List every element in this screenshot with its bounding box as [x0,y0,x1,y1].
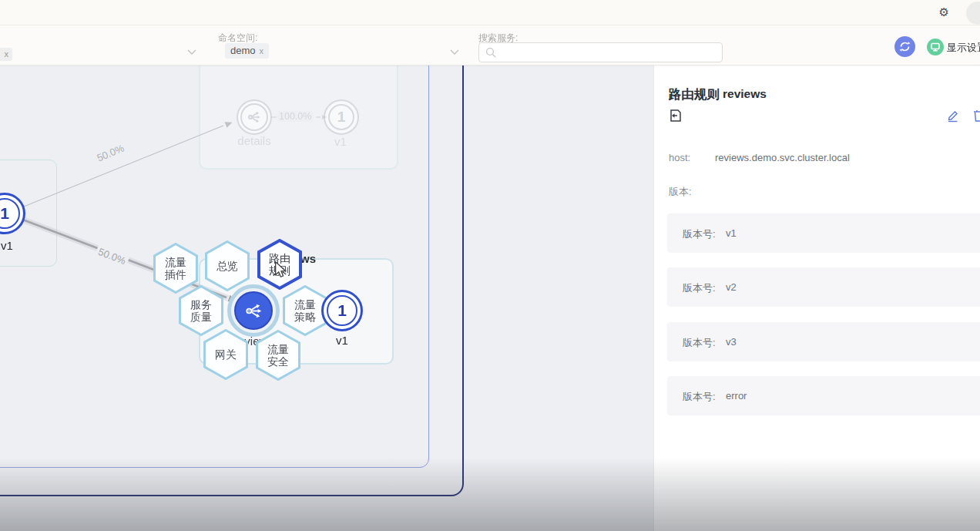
display-settings-label: 显示设置 [947,41,980,55]
version-field-label: 版本号: [683,390,716,404]
version-card[interactable]: 版本号: v1 [667,213,980,253]
export-yaml-icon[interactable] [669,109,683,123]
instance-count: 1 [0,198,20,229]
host-value: reviews.demo.svc.cluster.local [715,152,850,163]
app-window: ⚙ x 命名空间: demox 搜索服务: [0,0,980,531]
version-field-label: 版本号: [683,227,716,241]
version-field-label: 版本号: [683,336,716,350]
service-mesh-graph[interactable]: 100.0% 1 details v1 50.0% 50.0% reviews … [0,66,653,531]
version-value: error [726,390,747,402]
filter-toolbar: x 命名空间: demox 搜索服务: [0,25,980,66]
menu-item-traffic-security[interactable]: 流量 安全 [256,330,300,381]
menu-item-label: 总览 [205,240,250,291]
search-input-wrapper [478,42,723,62]
search-input[interactable] [501,44,717,61]
version-card[interactable]: 版本号: v3 [667,322,980,361]
version-value: v1 [726,227,737,239]
namespace-tag-demo[interactable]: demox [225,43,269,59]
top-bar: ⚙ [0,0,980,25]
left-v1-label: v1 [0,239,26,252]
search-icon [485,47,496,58]
tag-close-icon[interactable]: x [260,46,264,55]
menu-item-label: 网关 [203,329,248,380]
version-value: v2 [726,281,737,293]
version-card[interactable]: 版本号: v2 [667,267,980,307]
corner-circle-icon[interactable] [966,2,980,25]
chevron-down-icon[interactable] [187,49,196,55]
gear-icon[interactable]: ⚙ [939,5,949,19]
instance-count: 1 [327,295,357,326]
chevron-down-icon[interactable] [450,49,459,55]
cut-tag-chip[interactable]: x [0,48,12,61]
version-value: v3 [726,336,737,348]
reviews-service-node[interactable] [227,284,280,337]
panel-service-name: reviews [723,87,767,101]
namespace-tag-text: demo [230,45,256,56]
refresh-icon [894,36,915,57]
versions-label: 版本: [669,185,692,199]
refresh-button[interactable] [894,36,915,57]
reviews-v1-label: v1 [323,334,361,347]
route-rules-panel: 路由规则 reviews host: reviews.demo.svc.clus… [653,66,980,531]
mouse-cursor [274,261,288,278]
menu-item-gateway[interactable]: 网关 [203,329,248,380]
menu-item-label: 流量 安全 [256,330,300,381]
delete-icon[interactable] [972,109,980,123]
monitor-icon [927,39,944,55]
edit-icon[interactable] [946,109,959,123]
host-label: host: [669,152,690,163]
reviews-v1-node[interactable]: 1 [321,290,363,331]
share-icon [234,291,273,330]
version-card[interactable]: 版本号: error [667,376,980,415]
menu-item-overview[interactable]: 总览 [205,240,250,291]
version-field-label: 版本号: [683,281,716,295]
panel-title: 路由规则 [669,86,720,103]
